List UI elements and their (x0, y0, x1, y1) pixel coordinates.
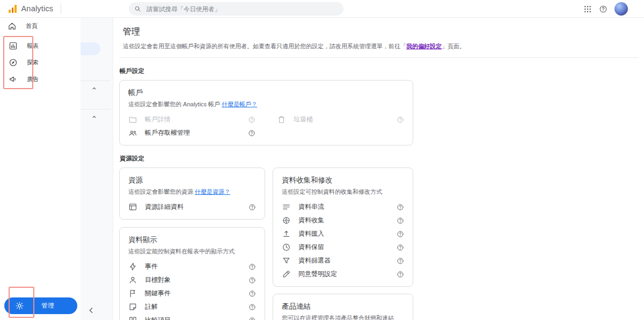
collapse-section-button[interactable] (91, 85, 97, 91)
red-highlight-box-nav: 報表 探索 廣告 (3, 36, 33, 89)
nav-item-label: 探索 (27, 59, 39, 67)
collapse-panel-button[interactable] (87, 306, 96, 315)
search-input[interactable] (145, 5, 328, 13)
item-comparisons[interactable]: 比較項目 (128, 314, 256, 320)
what-is-account-link[interactable]: 什麼是帳戶？ (222, 101, 257, 107)
chevron-up-icon (91, 114, 97, 120)
card-title: 資源 (128, 176, 256, 185)
help-icon[interactable] (397, 217, 404, 224)
account-card: 帳戶 這些設定會影響您的 Analytics 帳戶 什麼是帳戶？ 帳戶詳情 垃圾… (119, 80, 413, 146)
right-column: 資料收集和修改 這些設定可控制資料的收集和修改方式 資料串流 資料收集 (273, 168, 413, 320)
item-data-import[interactable]: 資料匯入 (282, 227, 404, 241)
item-data-retention[interactable]: 資料保留 (282, 241, 404, 254)
card-description: 您可以在這裡管理各項產品整合狀態和連結 (282, 314, 404, 320)
help-icon[interactable] (248, 303, 256, 311)
item-label: 帳戶存取權管理 (145, 128, 240, 137)
home-icon (8, 21, 17, 31)
card-title: 資料顯示 (128, 235, 256, 245)
help-icon[interactable] (248, 317, 256, 320)
card-description: 這些設定會影響您的資源 什麼是資源？ (128, 188, 256, 195)
my-preferences-link[interactable]: 我的偏好設定 (406, 43, 442, 49)
event-icon (128, 262, 137, 271)
item-label: 帳戶詳情 (145, 115, 240, 124)
help-icon[interactable] (248, 277, 256, 284)
admin-button-label: 管理 (41, 302, 55, 310)
item-data-filters[interactable]: 資料篩選器 (282, 254, 404, 267)
chevron-left-icon (87, 306, 96, 315)
help-icon[interactable] (248, 129, 255, 137)
card-description-text: 這些設定會影響您的 Analytics 帳戶 (128, 101, 220, 107)
help-icon[interactable] (248, 203, 256, 211)
panel-divider (80, 109, 111, 110)
card-title: 產品連結 (282, 302, 404, 311)
item-annotations[interactable]: 註解 (128, 300, 256, 314)
help-button[interactable] (599, 5, 608, 13)
search-icon (134, 5, 141, 12)
nav-item-label: 報表 (27, 42, 39, 50)
help-icon[interactable] (397, 230, 404, 238)
help-icon[interactable] (397, 271, 404, 278)
nav-item-reports[interactable]: 報表 (4, 38, 32, 54)
admin-button[interactable]: 管理 (4, 297, 77, 314)
ga-admin-page: Analytics 首頁 報表 (0, 0, 644, 320)
apps-grid-icon (583, 5, 592, 13)
item-label: 資源詳細資料 (145, 202, 241, 212)
retention-icon (282, 243, 291, 252)
stream-icon (282, 202, 291, 212)
item-events[interactable]: 事件 (128, 260, 256, 273)
item-label: 比較項目 (145, 316, 241, 320)
item-data-streams[interactable]: 資料串流 (282, 200, 404, 214)
item-label: 關鍵事件 (145, 289, 241, 298)
people-icon (128, 128, 137, 137)
collapse-section-button[interactable] (91, 114, 97, 120)
help-icon[interactable] (248, 290, 256, 297)
analytics-home-link[interactable]: Analytics (0, 4, 53, 13)
item-account-access[interactable]: 帳戶存取權管理 (128, 126, 255, 140)
item-label: 垃圾桶 (294, 115, 389, 124)
help-icon[interactable] (248, 116, 255, 123)
apps-grid-button[interactable] (583, 5, 592, 13)
selected-nav-pill[interactable] (80, 42, 100, 55)
note-icon (128, 302, 137, 311)
item-property-details[interactable]: 資源詳細資料 (128, 200, 256, 214)
gear-icon (15, 301, 24, 310)
nav-item-label: 首頁 (26, 22, 38, 30)
help-icon[interactable] (397, 116, 404, 123)
nav-item-advertising[interactable]: 廣告 (4, 71, 32, 88)
help-icon[interactable] (248, 263, 256, 271)
trash-icon (277, 115, 286, 124)
item-trash-can[interactable]: 垃圾桶 (277, 113, 404, 126)
left-column: 資源 這些設定會影響您的資源 什麼是資源？ 資源詳細資料 資料顯示 這些設定能控… (119, 168, 265, 320)
item-consent-settings[interactable]: 同意聲明設定 (282, 267, 404, 281)
secondary-nav-panel (80, 18, 113, 320)
help-icon[interactable] (397, 244, 404, 251)
item-audiences[interactable]: 目標對象 (128, 273, 256, 287)
item-account-details[interactable]: 帳戶詳情 (128, 113, 255, 126)
search-bar[interactable] (129, 2, 343, 16)
data-collection-card: 資料收集和修改 這些設定可控制資料的收集和修改方式 資料串流 資料收集 (273, 168, 413, 287)
topbar-divider (61, 3, 61, 14)
subtitle-text: 」頁面。 (442, 43, 465, 49)
nav-item-explore[interactable]: 探索 (4, 54, 32, 71)
page-subtitle: 這些設定會套用至這個帳戶和資源的所有使用者。如要查看只適用於您的設定，請改用系統… (123, 42, 644, 50)
account-card-items: 帳戶詳情 垃圾桶 帳戶存取權管理 (128, 113, 404, 140)
topbar-actions (583, 0, 644, 18)
subtitle-text: 這些設定會套用至這個帳戶和資源的所有使用者。如要查看只適用於您的設定，請改用系統… (123, 43, 406, 49)
item-label: 註解 (145, 302, 241, 311)
item-key-events[interactable]: 關鍵事件 (128, 287, 256, 300)
item-label: 目標對象 (145, 275, 241, 285)
item-label: 同意聲明設定 (298, 270, 389, 279)
collect-icon (282, 216, 291, 225)
left-nav-rail: 首頁 報表 探索 廣告 (0, 18, 80, 320)
item-label: 資料保留 (298, 243, 389, 252)
account-avatar[interactable] (614, 2, 628, 16)
help-icon[interactable] (397, 203, 404, 211)
item-data-collection[interactable]: 資料收集 (282, 214, 404, 227)
flag-icon (128, 289, 137, 298)
topbar: Analytics (0, 0, 644, 18)
what-is-property-link[interactable]: 什麼是資源？ (195, 188, 230, 195)
nav-item-home[interactable]: 首頁 (0, 18, 80, 34)
help-icon (599, 5, 608, 13)
explore-icon (9, 58, 18, 67)
help-icon[interactable] (397, 257, 404, 265)
